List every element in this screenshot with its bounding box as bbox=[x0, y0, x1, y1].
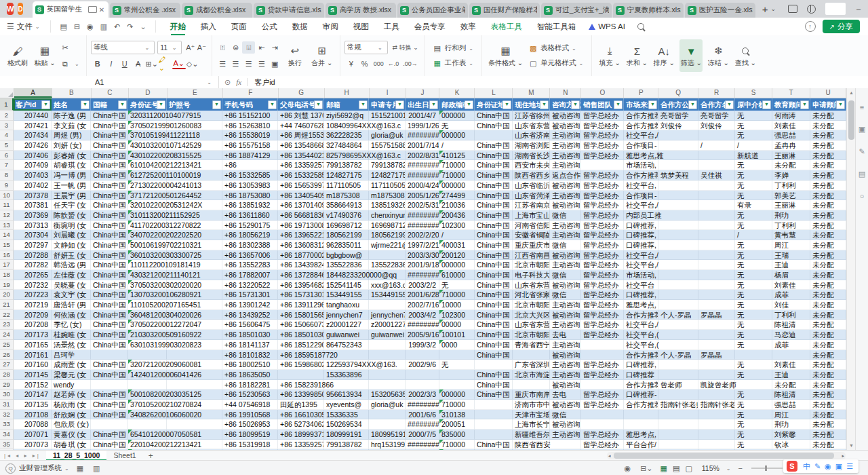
row-header[interactable]: 23 bbox=[0, 320, 14, 330]
cell[interactable]: 舒欣娴 (女 bbox=[52, 410, 91, 420]
cell[interactable]: 2000/4/24 bbox=[406, 180, 439, 191]
cell[interactable]: China中国 bbox=[91, 180, 128, 191]
cell[interactable]: 430103200107142529 bbox=[128, 140, 167, 151]
zoom-level[interactable]: 115% bbox=[702, 464, 719, 472]
cell[interactable]: 108409964XXX@163.c bbox=[324, 121, 369, 131]
cell[interactable]: 207219 bbox=[14, 300, 52, 310]
cell[interactable]: +86 13611860 bbox=[222, 210, 278, 221]
cell[interactable]: 2002/9/6 bbox=[406, 360, 439, 370]
cell[interactable] bbox=[167, 419, 222, 430]
cell[interactable]: +86 1395468251 bbox=[278, 280, 324, 290]
filter-dropdown-icon[interactable]: ▼ bbox=[41, 100, 50, 109]
cell[interactable]: ######## bbox=[406, 419, 439, 430]
cell[interactable]: 340826200106060020 bbox=[128, 410, 167, 420]
cell[interactable]: 未分配 bbox=[810, 360, 846, 370]
cell[interactable]: 留学总经办 bbox=[581, 250, 624, 261]
cell[interactable]: 李婵 bbox=[772, 170, 810, 180]
print-scale-icon[interactable]: ⊟⌄ bbox=[640, 464, 652, 473]
cell[interactable]: 102300 bbox=[439, 310, 475, 320]
cell[interactable]: 2003/2/2 bbox=[406, 280, 439, 290]
cell[interactable]: China中国 bbox=[91, 160, 128, 170]
cell[interactable]: 210303200509160922 bbox=[128, 330, 167, 340]
cell[interactable]: 15336335 bbox=[324, 410, 369, 420]
cell[interactable]: 未分配 bbox=[810, 370, 846, 380]
header-cell[interactable]: 手机号码▼ bbox=[222, 98, 278, 111]
cell[interactable] bbox=[698, 130, 735, 140]
cell[interactable]: China中国 bbox=[475, 310, 513, 320]
filter-dropdown-icon[interactable]: ▼ bbox=[465, 100, 473, 109]
cell[interactable]: China中国 bbox=[475, 111, 513, 121]
cell[interactable]: +86 1506607386 bbox=[278, 320, 324, 330]
cell[interactable]: 汤景然 (女 bbox=[52, 340, 91, 350]
cell[interactable]: 北京大兴区 bbox=[513, 310, 550, 320]
cell[interactable]: 王丽淋 bbox=[772, 200, 810, 210]
cell[interactable]: 何依涵 (女 bbox=[52, 310, 91, 320]
cell[interactable] bbox=[658, 160, 698, 170]
cell[interactable]: China中国 bbox=[475, 280, 513, 290]
cell[interactable]: 留学总经办 bbox=[581, 360, 624, 370]
file-tab[interactable]: S英国留学生✕ bbox=[33, 1, 108, 18]
cell[interactable]: 未分配 bbox=[810, 250, 846, 261]
cell[interactable] bbox=[658, 320, 698, 330]
cell[interactable]: 雅思考点,雅 bbox=[624, 151, 658, 161]
cell[interactable]: 合作方推荐 bbox=[624, 170, 658, 180]
cell[interactable]: 合作项目- bbox=[624, 140, 658, 151]
cell[interactable]: 152541145 bbox=[324, 280, 369, 290]
cell[interactable]: jennychen7 bbox=[369, 310, 406, 320]
cell[interactable]: 710000 bbox=[439, 440, 475, 450]
currency-icon[interactable]: ¥ bbox=[344, 58, 358, 70]
cell[interactable]: 2001/9/18 bbox=[406, 260, 439, 270]
filter-dropdown-icon[interactable]: ▼ bbox=[540, 100, 549, 109]
font-color-icon[interactable]: A⌄ bbox=[172, 58, 186, 69]
cell[interactable]: 强思喆 bbox=[772, 130, 810, 140]
panel-copy-icon[interactable]: ▣ bbox=[859, 125, 865, 134]
print-preview-icon[interactable]: ◉ bbox=[87, 22, 94, 31]
cell[interactable]: 留学总经办 bbox=[581, 440, 624, 450]
cell[interactable]: 刘佳 bbox=[772, 300, 810, 310]
pen-icon[interactable]: ✎ bbox=[814, 462, 821, 471]
row-header[interactable]: 16 bbox=[0, 250, 14, 261]
cell[interactable] bbox=[698, 430, 735, 440]
header-cell[interactable]: 原中介机▼ bbox=[735, 98, 772, 111]
cell[interactable]: 2001/6/6 bbox=[406, 410, 439, 420]
cell[interactable]: 荆玏 bbox=[772, 419, 810, 430]
cell[interactable]: 10000 bbox=[439, 300, 475, 310]
cell[interactable]: 未分配 bbox=[772, 160, 810, 170]
header-cell[interactable]: 教育顾问▼ bbox=[772, 98, 810, 111]
cell[interactable]: 内部员工推 bbox=[624, 210, 658, 221]
row-header[interactable]: 32 bbox=[0, 410, 14, 420]
cell[interactable]: +86 15026953 bbox=[222, 419, 278, 430]
cell[interactable]: 主动咨询 bbox=[550, 340, 581, 350]
cell[interactable]: 18448233200000@qq bbox=[324, 270, 369, 280]
cell[interactable] bbox=[369, 250, 406, 261]
cell[interactable]: 未分配 bbox=[810, 160, 846, 170]
globe-icon[interactable] bbox=[807, 5, 816, 14]
cell[interactable]: 留学总经办 bbox=[581, 170, 624, 180]
cell[interactable]: 0000 bbox=[439, 340, 475, 350]
cell[interactable]: 207147 bbox=[14, 390, 52, 400]
row-header[interactable]: 6 bbox=[0, 151, 14, 161]
rows-cols-button[interactable]: ▤ 行和列⌄ bbox=[431, 41, 476, 55]
file-tab[interactable]: S贷款申请信息.xlsx bbox=[254, 3, 324, 18]
row-header[interactable]: 20 bbox=[0, 290, 14, 300]
row-header[interactable]: 5 bbox=[0, 140, 14, 151]
cell[interactable]: China中国 bbox=[475, 390, 513, 400]
cell[interactable] bbox=[658, 390, 698, 400]
cell[interactable]: 被动咨询 bbox=[550, 419, 581, 430]
horizontal-scrollbar[interactable]: ◂ ▸ bbox=[607, 452, 846, 459]
cell[interactable]: +86 1335925706 bbox=[278, 440, 324, 450]
cell[interactable]: 2000/7/5 bbox=[406, 430, 439, 440]
cell[interactable]: 李文茹 (女 bbox=[52, 121, 91, 131]
cell[interactable]: 丁利利 bbox=[772, 310, 810, 320]
cell[interactable]: 社交平台,/ bbox=[624, 320, 658, 330]
cell[interactable]: 310138 bbox=[439, 410, 475, 420]
cell[interactable]: 未分配 bbox=[810, 170, 846, 180]
cell[interactable]: 合作方推荐 bbox=[624, 380, 658, 390]
cell[interactable]: 梁馨元 (女 bbox=[52, 370, 91, 380]
filter-dropdown-icon[interactable]: ▼ bbox=[836, 100, 845, 109]
save-icon[interactable]: ▤ bbox=[60, 22, 66, 31]
cell[interactable]: 未分配 bbox=[810, 380, 846, 390]
cell[interactable]: 207313 bbox=[14, 221, 52, 231]
cell[interactable] bbox=[475, 430, 513, 440]
cell[interactable] bbox=[513, 350, 550, 360]
